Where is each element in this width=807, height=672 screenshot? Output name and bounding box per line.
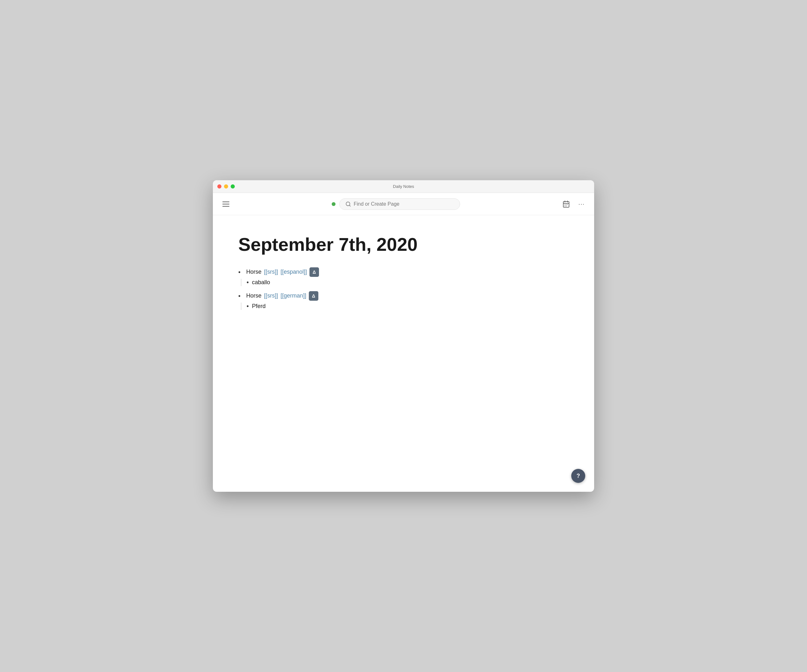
sub-text-2: Pferd — [252, 303, 266, 309]
search-bar[interactable] — [339, 198, 460, 210]
toolbar-right: ··· — [560, 198, 586, 210]
minimize-button[interactable] — [224, 185, 228, 188]
list-item: • Pferd — [247, 303, 318, 310]
sub-text-1: caballo — [252, 279, 270, 286]
help-icon: ? — [577, 473, 580, 479]
sub-list-1: • caballo — [241, 279, 319, 286]
svg-line-1 — [349, 205, 350, 206]
list-item: • Horse [[srs]] [[german]] Δ • Pferd — [238, 291, 569, 311]
note-line-1: • Horse [[srs]] [[espanol]] Δ — [238, 267, 319, 277]
list-item: • Horse [[srs]] [[espanol]] Δ • caballo — [238, 267, 569, 287]
hamburger-line-3 — [223, 206, 229, 206]
window-title: Daily Notes — [393, 184, 414, 189]
bullet-1: • — [238, 269, 241, 276]
more-icon: ··· — [578, 200, 584, 208]
svg-rect-6 — [565, 205, 565, 205]
more-options-button[interactable]: ··· — [576, 198, 586, 210]
svg-rect-9 — [565, 206, 565, 206]
wiki-link-srs-2[interactable]: [[srs]] — [264, 293, 278, 299]
sub-bullet-2: • — [247, 303, 249, 310]
app-window: Daily Notes — [213, 180, 594, 492]
traffic-lights — [218, 185, 235, 188]
help-button[interactable]: ? — [571, 469, 585, 483]
note-block-1: • Horse [[srs]] [[espanol]] Δ • caballo — [238, 267, 319, 287]
list-item: • caballo — [247, 279, 319, 286]
note-block-2: • Horse [[srs]] [[german]] Δ • Pferd — [238, 291, 318, 311]
bullet-2: • — [238, 293, 241, 300]
note-text-1: Horse — [246, 269, 261, 275]
wiki-link-srs-1[interactable]: [[srs]] — [264, 269, 278, 275]
maximize-button[interactable] — [231, 185, 235, 188]
calendar-button[interactable] — [560, 198, 572, 210]
calendar-icon — [562, 200, 570, 208]
svg-rect-7 — [566, 205, 566, 205]
note-line-2: • Horse [[srs]] [[german]] Δ — [238, 291, 318, 301]
notes-list: • Horse [[srs]] [[espanol]] Δ • caballo — [238, 267, 569, 311]
svg-rect-8 — [567, 205, 568, 205]
sub-list-2: • Pferd — [241, 303, 318, 310]
toolbar-center — [231, 198, 560, 210]
page-content: September 7th, 2020 • Horse [[srs]] [[es… — [213, 215, 594, 492]
status-dot — [332, 202, 335, 206]
note-text-2: Horse — [246, 293, 261, 299]
sub-bullet-1: • — [247, 279, 249, 286]
hamburger-line-1 — [223, 201, 229, 202]
wiki-link-espanol[interactable]: [[espanol]] — [281, 269, 307, 275]
toolbar: ··· — [213, 193, 594, 215]
svg-rect-10 — [566, 206, 566, 206]
wiki-link-german[interactable]: [[german]] — [281, 293, 306, 299]
page-title: September 7th, 2020 — [238, 234, 569, 254]
close-button[interactable] — [218, 185, 221, 188]
anki-button-1[interactable]: Δ — [309, 267, 319, 277]
titlebar: Daily Notes — [213, 180, 594, 193]
anki-button-2[interactable]: Δ — [309, 291, 318, 301]
search-input[interactable] — [354, 201, 454, 207]
hamburger-button[interactable] — [221, 200, 231, 208]
hamburger-line-2 — [223, 204, 229, 205]
search-icon — [345, 201, 351, 207]
